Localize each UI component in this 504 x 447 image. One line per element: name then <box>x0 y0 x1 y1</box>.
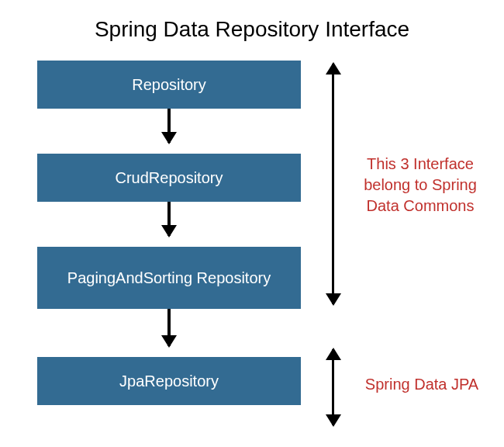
annotation-data-commons: This 3 Interface belong to Spring Data C… <box>350 154 490 217</box>
repository-box: Repository <box>37 61 301 109</box>
arrow-down-icon <box>167 202 171 236</box>
double-arrow-icon <box>332 64 334 304</box>
paging-sorting-repository-box: PagingAndSorting Repository <box>37 247 301 309</box>
double-arrow-icon <box>332 349 334 425</box>
arrow-down-icon <box>167 109 171 143</box>
page-title: Spring Data Repository Interface <box>0 17 504 42</box>
arrow-down-icon <box>167 309 171 346</box>
annotation-data-jpa: Spring Data JPA <box>352 374 492 395</box>
crud-repository-box: CrudRepository <box>37 154 301 202</box>
jpa-repository-box: JpaRepository <box>37 357 301 405</box>
